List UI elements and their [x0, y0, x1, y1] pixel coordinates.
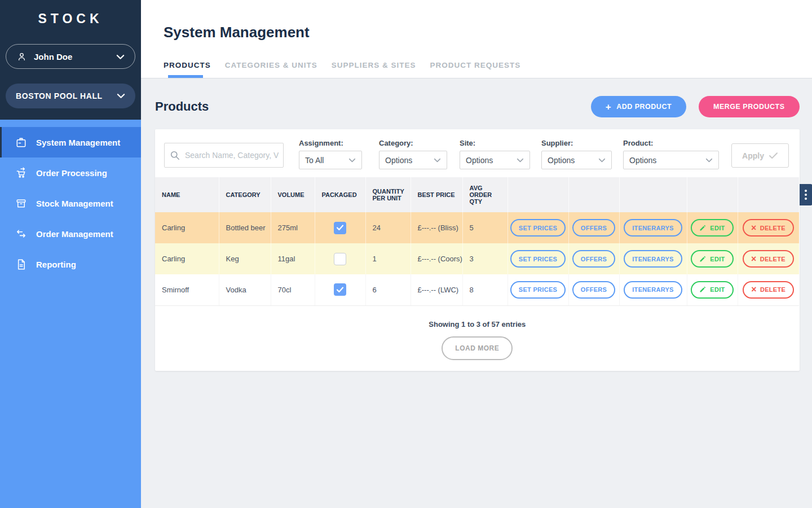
user-name: John Doe [34, 52, 72, 62]
site-select[interactable]: Options [460, 151, 530, 169]
x-icon: × [751, 285, 757, 294]
col-packaged: PACKAGED [315, 177, 365, 212]
add-product-button[interactable]: + ADD PRODUCT [591, 96, 686, 117]
x-icon: × [751, 224, 757, 233]
products-card: Assignment: To All Category: Options [155, 129, 800, 371]
offers-button[interactable]: OFFERS [572, 219, 615, 237]
sidebar-item-reporting[interactable]: Reporting [0, 249, 141, 279]
products-table: NAME CATEGORY VOLUME PACKAGED QUANTITY P… [155, 177, 800, 306]
set-prices-button[interactable]: SET PRICES [510, 250, 566, 268]
site-filter: Site: Options [460, 139, 530, 169]
tab-products[interactable]: PRODUCTS [164, 61, 211, 78]
supplier-select[interactable]: Options [541, 151, 612, 169]
cell-avg-order-qty: 8 [462, 274, 508, 305]
app-logo: STOCK [0, 10, 141, 27]
col-actions [687, 177, 738, 212]
load-more-button[interactable]: LOAD MORE [442, 336, 513, 360]
sidebar-item-label: Reporting [36, 260, 76, 269]
col-quantity-per-unit: QUANTITY PER UNIT [365, 177, 411, 212]
sidebar-item-order-management[interactable]: Order Management [0, 218, 141, 249]
col-avg-order-qty: AVG ORDER QTY [462, 177, 508, 212]
assignment-select[interactable]: To All [299, 151, 362, 169]
sidebar-item-order-processing[interactable]: Order Processing [0, 157, 141, 188]
page-title: System Management [164, 24, 812, 40]
product-select[interactable]: Options [623, 151, 719, 169]
offers-button[interactable]: OFFERS [572, 250, 615, 268]
edit-button[interactable]: EDIT [691, 281, 733, 299]
cart-icon [14, 166, 28, 179]
cell-quantity-per-unit: 24 [365, 212, 411, 243]
delete-button[interactable]: ×DELETE [743, 219, 794, 237]
offers-button[interactable]: OFFERS [572, 281, 615, 299]
apply-button[interactable]: Apply [731, 143, 789, 168]
chevron-down-icon [348, 158, 356, 163]
assignment-label: Assignment: [299, 139, 362, 147]
cell-quantity-per-unit: 1 [365, 243, 411, 274]
filter-bar: Assignment: To All Category: Options [155, 129, 800, 177]
sidebar-item-label: Stock Management [36, 199, 113, 208]
document-icon [14, 257, 28, 271]
showing-entries-text: Showing 1 to 3 of 57 entries [155, 320, 800, 329]
delete-button[interactable]: ×DELETE [743, 250, 794, 268]
archive-icon [14, 196, 28, 210]
main-area: System Management PRODUCTS CATEGORIES & … [141, 0, 812, 508]
edit-button[interactable]: EDIT [691, 219, 733, 237]
itenerarys-button[interactable]: ITENERARYS [624, 250, 682, 268]
packaged-checkbox[interactable] [334, 283, 346, 296]
assignment-filter: Assignment: To All [299, 139, 362, 169]
site-name: BOSTON POOL HALL [16, 91, 103, 100]
search-icon [170, 150, 180, 160]
delete-button[interactable]: ×DELETE [743, 281, 794, 299]
merge-products-button[interactable]: MERGE PRODUCTS [699, 96, 799, 117]
site-selector[interactable]: BOSTON POOL HALL [6, 84, 135, 108]
chevron-down-icon [517, 158, 524, 163]
check-icon [769, 152, 778, 159]
itenerarys-button[interactable]: ITENERARYS [624, 281, 682, 299]
cell-quantity-per-unit: 6 [365, 274, 411, 305]
tab-product-requests[interactable]: PRODUCT REQUESTS [430, 61, 521, 78]
sidebar-item-stock-management[interactable]: Stock Management [0, 188, 141, 218]
set-prices-button[interactable]: SET PRICES [510, 219, 566, 237]
pencil-icon [699, 286, 706, 293]
table-row: Carling Keg 11gal 1 £---.-- (Coors) 3 SE… [155, 243, 799, 274]
chevron-down-icon [117, 91, 125, 100]
col-actions [738, 177, 799, 212]
sidebar-item-label: Order Management [36, 229, 113, 239]
supplier-label: Supplier: [541, 139, 612, 147]
col-best-price: BEST PRICE [411, 177, 462, 212]
packaged-checkbox[interactable] [334, 253, 346, 265]
pencil-icon [699, 225, 706, 231]
edit-button[interactable]: EDIT [691, 250, 733, 268]
itenerarys-button[interactable]: ITENERARYS [624, 219, 682, 237]
category-select[interactable]: Options [379, 151, 447, 169]
sidebar-item-system-management[interactable]: System Management [0, 127, 141, 157]
col-volume: VOLUME [271, 177, 315, 212]
cell-best-price: £---.-- (Bliss) [411, 212, 462, 243]
cell-name: Carling [155, 212, 219, 243]
transfer-arrows-icon [14, 227, 28, 240]
col-category: CATEGORY [219, 177, 271, 212]
cell-category: Vodka [219, 274, 271, 305]
cell-category: Keg [219, 243, 271, 274]
cell-volume: 275ml [271, 212, 315, 243]
sidebar-item-label: Order Processing [36, 168, 107, 178]
cell-avg-order-qty: 3 [462, 243, 508, 274]
chevron-down-icon [705, 158, 713, 163]
package-icon [14, 135, 28, 149]
sidebar: STOCK John Doe BOSTON POOL HALL [0, 0, 141, 508]
section-title: Products [155, 99, 209, 114]
set-prices-button[interactable]: SET PRICES [510, 281, 566, 299]
search-input[interactable] [164, 143, 284, 168]
supplier-filter: Supplier: Options [541, 139, 612, 169]
col-name: NAME [155, 177, 219, 212]
col-actions [619, 177, 687, 212]
packaged-checkbox[interactable] [334, 222, 346, 234]
app-root: STOCK John Doe BOSTON POOL HALL [0, 0, 812, 508]
category-label: Category: [379, 139, 447, 147]
tab-suppliers-sites[interactable]: SUPPLIERS & SITES [332, 61, 416, 78]
cell-name: Carling [155, 243, 219, 274]
cell-category: Bottled beer [219, 212, 271, 243]
tab-categories-units[interactable]: CATEGORIES & UNITS [225, 61, 317, 78]
user-menu[interactable]: John Doe [6, 44, 135, 69]
table-options-kebab[interactable] [800, 184, 812, 205]
